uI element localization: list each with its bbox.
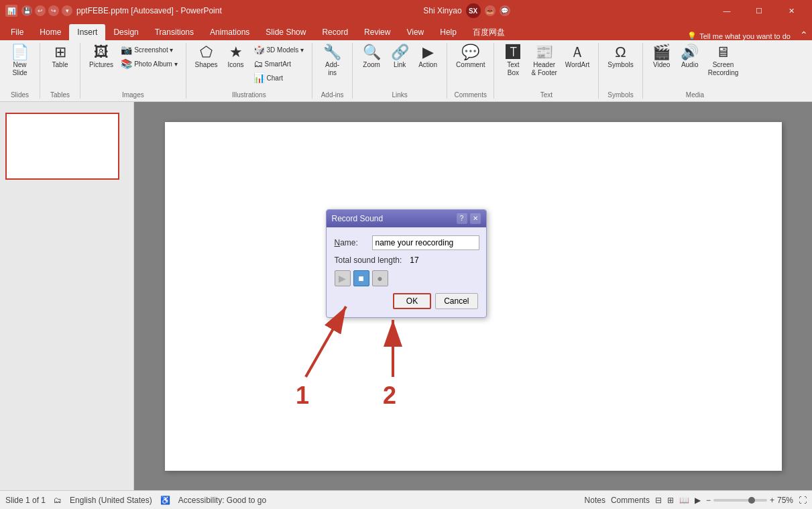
smartart-icon: 🗂 xyxy=(253,58,263,69)
zoom-slider-thumb[interactable] xyxy=(748,497,755,504)
tab-record[interactable]: Record xyxy=(314,24,356,40)
tab-transitions[interactable]: Transitions xyxy=(147,24,202,40)
statusbar-right: Notes Comments ⊟ ⊞ 📖 ▶ − + 75% ⛶ xyxy=(585,496,807,505)
dialog-titlebar: Record Sound ? ✕ xyxy=(327,210,486,227)
comments-button[interactable]: 💬 xyxy=(500,5,510,16)
3d-models-icon: 🎲 xyxy=(253,44,265,55)
wordart-button[interactable]: Ａ WordArt xyxy=(562,43,593,71)
tab-view[interactable]: View xyxy=(398,24,432,40)
play-button[interactable]: ▶ xyxy=(335,270,351,286)
video-button[interactable]: 🎬 Video xyxy=(648,43,675,71)
record-button[interactable]: ● xyxy=(372,270,388,286)
symbols-button[interactable]: Ω Symbols xyxy=(604,43,636,71)
collapse-ribbon-button[interactable]: ⌃ xyxy=(796,30,812,40)
icons-button[interactable]: ★ Icons xyxy=(223,43,249,71)
table-button[interactable]: ⊞ Table xyxy=(47,43,74,71)
comment-button[interactable]: 💬 Comment xyxy=(453,43,488,71)
tab-review[interactable]: Review xyxy=(356,24,398,40)
header-footer-button[interactable]: 📰 Header& Footer xyxy=(528,43,560,79)
textbox-button[interactable]: 🆃 TextBox xyxy=(500,43,526,79)
photo-album-button[interactable]: 📚 Photo Album ▾ xyxy=(118,57,180,70)
illus-secondary: 🎲 3D Models ▾ 🗂 SmartArt 📊 Chart xyxy=(251,43,307,84)
audio-icon: 🔊 xyxy=(681,45,699,60)
images-secondary: 📷 Screenshot ▾ 📚 Photo Album ▾ xyxy=(118,43,180,70)
addins-button[interactable]: 🔧 Add-ins xyxy=(319,43,346,79)
tab-insert[interactable]: Insert xyxy=(69,24,105,40)
wordart-icon: Ａ xyxy=(570,45,585,60)
slide-thumbnail[interactable] xyxy=(5,113,119,180)
zoom-controls: − + 75% xyxy=(706,496,793,505)
customize-button[interactable]: ▾ xyxy=(62,5,72,16)
dialog-close-button[interactable]: ✕ xyxy=(470,213,481,224)
dialog-name-input[interactable] xyxy=(372,235,479,250)
smartart-button[interactable]: 🗂 SmartArt xyxy=(251,57,307,70)
3d-models-button[interactable]: 🎲 3D Models ▾ xyxy=(251,43,307,56)
audio-button[interactable]: 🔊 Audio xyxy=(677,43,703,71)
share-button[interactable]: 📤 xyxy=(485,5,496,16)
slide-structure-icon[interactable]: 🗂 xyxy=(54,496,62,505)
slideshow-button[interactable]: ▶ xyxy=(695,496,701,505)
slide-area: Record Sound ? ✕ Name: Total sound lengt… xyxy=(134,102,812,490)
tab-slideshow[interactable]: Slide Show xyxy=(257,24,314,40)
slides-group-label: Slides xyxy=(11,90,29,99)
zoom-out-button[interactable]: − xyxy=(706,496,711,505)
pictures-button[interactable]: 🖼 Pictures xyxy=(86,43,117,71)
notes-button[interactable]: Notes xyxy=(585,496,605,505)
slide-info: Slide 1 of 1 xyxy=(5,496,46,505)
tab-help[interactable]: Help xyxy=(432,24,465,40)
ok-button[interactable]: OK xyxy=(393,293,431,309)
stop-button[interactable]: ■ xyxy=(353,270,369,286)
icons-icon: ★ xyxy=(229,45,243,60)
save-button[interactable]: 💾 xyxy=(21,5,32,16)
ribbon-group-text: 🆃 TextBox 📰 Header& Footer Ａ WordArt Tex… xyxy=(494,43,599,99)
maximize-button[interactable]: ☐ xyxy=(744,0,774,21)
slide-sorter-button[interactable]: ⊞ xyxy=(667,496,674,505)
dialog-help-button[interactable]: ? xyxy=(457,213,467,224)
statusbar-left: Slide 1 of 1 🗂 English (United States) ♿… xyxy=(5,496,266,505)
fit-to-window-button[interactable]: ⛶ xyxy=(799,496,807,505)
zoom-level: 75% xyxy=(777,496,793,505)
window-title: pptFEBE.pptm [Autosaved] - PowerPoint xyxy=(76,6,222,15)
undo-button[interactable]: ↩ xyxy=(35,5,46,16)
links-group-content: 🔍 Zoom 🔗 Link ▶ Action xyxy=(358,43,441,90)
dialog-sound-value: 17 xyxy=(410,256,418,265)
comments-button[interactable]: Comments xyxy=(611,496,650,505)
shapes-icon: ⬠ xyxy=(200,45,213,60)
ribbon-group-slides: 📄 NewSlide Slides xyxy=(0,43,40,99)
close-button[interactable]: ✕ xyxy=(776,0,807,21)
zoom-in-button[interactable]: + xyxy=(770,496,774,505)
table-icon: ⊞ xyxy=(54,45,66,60)
main-area: 1 Record Sound ? ✕ Name: xyxy=(0,102,812,490)
zoom-slider[interactable] xyxy=(713,499,767,502)
action-button[interactable]: ▶ Action xyxy=(414,43,441,71)
dialog-sound-length-row: Total sound length: 17 xyxy=(335,256,478,265)
ribbon-group-illustrations: ⬠ Shapes ★ Icons 🎲 3D Models ▾ 🗂 SmartAr… xyxy=(186,43,313,99)
tab-animations[interactable]: Animations xyxy=(202,24,257,40)
tables-group-label: Tables xyxy=(50,90,70,99)
chart-button[interactable]: 📊 Chart xyxy=(251,71,307,84)
ribbon: 📄 NewSlide Slides ⊞ Table Tables 🖼 Pictu… xyxy=(0,40,812,102)
tab-design[interactable]: Design xyxy=(105,24,146,40)
pictures-icon: 🖼 xyxy=(94,45,109,60)
redo-button[interactable]: ↪ xyxy=(48,5,59,16)
quick-access-toolbar: 💾 ↩ ↪ ▾ xyxy=(21,5,72,16)
ribbon-group-tables: ⊞ Table Tables xyxy=(40,43,80,99)
minimize-button[interactable]: — xyxy=(711,0,742,21)
dialog-controls: ▶ ■ ● xyxy=(335,270,478,286)
screenshot-button[interactable]: 📷 Screenshot ▾ xyxy=(118,43,180,56)
new-slide-button[interactable]: 📄 NewSlide xyxy=(7,43,34,79)
zoom-button[interactable]: 🔍 Zoom xyxy=(358,43,385,71)
tab-home[interactable]: Home xyxy=(32,24,69,40)
screen-recording-button[interactable]: 🖥 ScreenRecording xyxy=(705,43,742,79)
header-footer-icon: 📰 xyxy=(535,45,553,60)
link-button[interactable]: 🔗 Link xyxy=(386,43,413,71)
cancel-button[interactable]: Cancel xyxy=(435,293,477,309)
tell-me-input[interactable]: 💡 Tell me what you want to do xyxy=(682,32,796,40)
tab-file[interactable]: File xyxy=(3,24,32,40)
normal-view-button[interactable]: ⊟ xyxy=(655,496,662,505)
dialog-sound-label: Total sound length: xyxy=(335,256,402,265)
tab-baiduyunpan[interactable]: 百度网盘 xyxy=(465,24,513,40)
reading-view-button[interactable]: 📖 xyxy=(679,496,689,505)
shapes-button[interactable]: ⬠ Shapes xyxy=(192,43,221,71)
chart-icon: 📊 xyxy=(253,72,265,83)
